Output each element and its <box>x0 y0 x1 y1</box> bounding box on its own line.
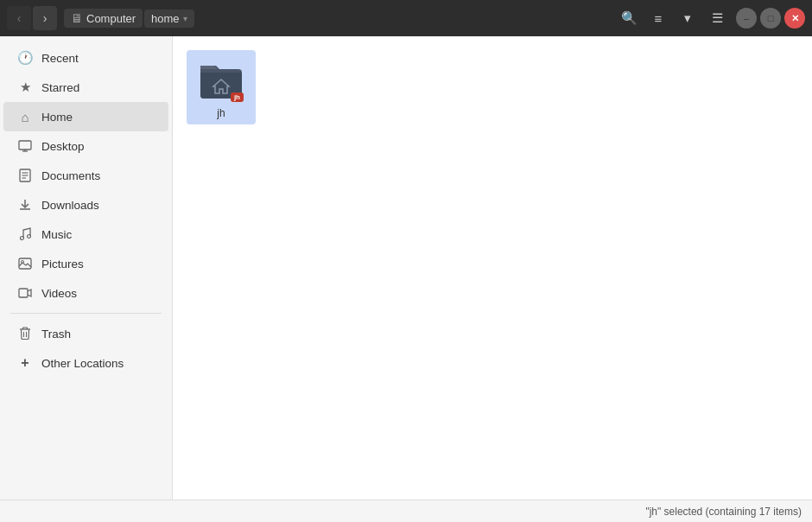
sidebar-item-starred[interactable]: ★ Starred <box>3 73 168 102</box>
sidebar-label-pictures: Pictures <box>41 258 84 271</box>
search-button[interactable]: 🔍 <box>617 6 641 30</box>
svg-rect-11 <box>19 258 31 269</box>
forward-icon: › <box>43 11 48 25</box>
home-icon: ⌂ <box>17 109 33 124</box>
search-icon: 🔍 <box>621 10 638 26</box>
sidebar-item-home[interactable]: ⌂ Home <box>3 102 168 131</box>
sidebar-item-documents[interactable]: Documents <box>3 161 168 190</box>
svg-rect-0 <box>19 141 31 150</box>
file-area: jh jh <box>173 36 812 500</box>
window-controls: – □ ✕ <box>736 8 805 29</box>
view-options-icon: ▾ <box>684 10 691 26</box>
close-icon: ✕ <box>791 13 799 24</box>
sidebar-item-other-locations[interactable]: + Other Locations <box>3 348 168 378</box>
computer-icon: 🖥 <box>71 11 83 25</box>
sidebar-label-music: Music <box>41 228 72 241</box>
hamburger-icon: ☰ <box>712 10 723 26</box>
back-icon: ‹ <box>17 11 22 25</box>
computer-path-segment[interactable]: 🖥 Computer <box>64 9 143 28</box>
list-view-button[interactable]: ≡ <box>646 6 670 30</box>
downloads-icon <box>17 197 33 213</box>
sidebar-item-recent[interactable]: 🕐 Recent <box>3 43 168 73</box>
back-button[interactable]: ‹ <box>7 6 31 30</box>
star-icon: ★ <box>17 80 33 95</box>
documents-icon <box>17 168 33 183</box>
folder-badge: jh <box>231 92 244 102</box>
sidebar-label-downloads: Downloads <box>41 199 99 212</box>
menu-button[interactable]: ☰ <box>705 6 729 30</box>
sidebar-label-trash: Trash <box>41 328 71 341</box>
sidebar-label-home: Home <box>41 111 73 124</box>
sidebar-divider <box>10 313 162 314</box>
home-path-segment[interactable]: home ▾ <box>144 10 194 28</box>
sidebar-label-documents: Documents <box>41 169 100 182</box>
titlebar: ‹ › 🖥 Computer home ▾ 🔍 ≡ ▾ ☰ – <box>0 0 812 36</box>
nav-buttons: ‹ › <box>7 6 57 30</box>
file-label-jh: jh <box>217 107 225 119</box>
desktop-icon <box>17 138 33 154</box>
sidebar-label-recent: Recent <box>41 52 79 65</box>
pictures-icon <box>17 256 33 271</box>
sidebar-label-desktop: Desktop <box>41 140 85 153</box>
videos-icon <box>17 285 33 301</box>
folder-icon-wrapper: jh <box>197 55 245 104</box>
minimize-icon: – <box>744 13 749 23</box>
computer-label: Computer <box>86 12 136 25</box>
music-icon <box>17 226 33 242</box>
trash-icon <box>17 326 33 341</box>
sidebar-item-pictures[interactable]: Pictures <box>3 249 168 278</box>
view-options-button[interactable]: ▾ <box>676 6 700 30</box>
file-item-jh[interactable]: jh jh <box>187 50 256 124</box>
path-bar: 🖥 Computer home ▾ <box>64 9 194 28</box>
sidebar-item-music[interactable]: Music <box>3 220 168 249</box>
sidebar-item-videos[interactable]: Videos <box>3 278 168 308</box>
home-label: home <box>151 12 180 25</box>
forward-button[interactable]: › <box>33 6 57 30</box>
status-text: "jh" selected (containing 17 items) <box>645 506 802 518</box>
chevron-down-icon: ▾ <box>183 14 187 23</box>
recent-icon: 🕐 <box>17 50 33 66</box>
plus-icon: + <box>17 355 33 371</box>
sidebar-item-desktop[interactable]: Desktop <box>3 131 168 161</box>
file-grid: jh jh <box>187 50 798 124</box>
list-view-icon: ≡ <box>655 11 663 26</box>
svg-point-9 <box>21 237 24 240</box>
sidebar-label-other-locations: Other Locations <box>41 357 124 370</box>
sidebar: 🕐 Recent ★ Starred ⌂ Home Desktop <box>0 36 173 500</box>
sidebar-item-downloads[interactable]: Downloads <box>3 190 168 220</box>
maximize-button[interactable]: □ <box>760 8 781 29</box>
sidebar-label-starred: Starred <box>41 81 79 94</box>
svg-rect-13 <box>19 289 28 297</box>
close-button[interactable]: ✕ <box>784 8 805 29</box>
titlebar-actions: 🔍 ≡ ▾ ☰ <box>617 6 729 30</box>
maximize-icon: □ <box>768 13 774 23</box>
sidebar-label-videos: Videos <box>41 287 77 300</box>
svg-point-10 <box>28 235 31 239</box>
sidebar-item-trash[interactable]: Trash <box>3 319 168 348</box>
minimize-button[interactable]: – <box>736 8 757 29</box>
statusbar: "jh" selected (containing 17 items) <box>0 500 812 522</box>
main-container: 🕐 Recent ★ Starred ⌂ Home Desktop <box>0 36 812 500</box>
